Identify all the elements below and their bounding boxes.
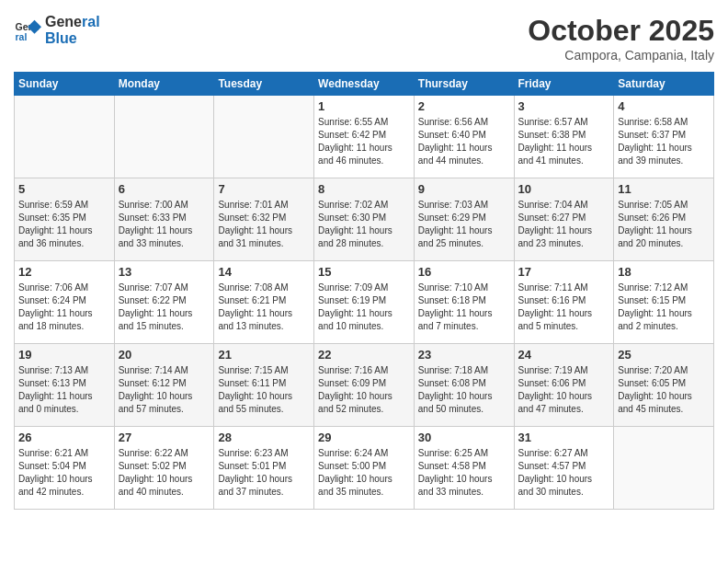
day-info: Sunrise: 6:27 AM Sunset: 4:57 PM Dayligh… (518, 447, 610, 499)
calendar-cell: 20Sunrise: 7:14 AM Sunset: 6:12 PM Dayli… (114, 344, 214, 427)
calendar-cell: 31Sunrise: 6:27 AM Sunset: 4:57 PM Dayli… (514, 427, 614, 510)
day-number: 12 (18, 265, 110, 279)
calendar-cell: 15Sunrise: 7:09 AM Sunset: 6:19 PM Dayli… (314, 261, 415, 344)
day-number: 19 (18, 348, 110, 362)
calendar-cell: 19Sunrise: 7:13 AM Sunset: 6:13 PM Dayli… (15, 344, 115, 427)
day-info: Sunrise: 7:02 AM Sunset: 6:30 PM Dayligh… (318, 199, 410, 250)
calendar-cell: 23Sunrise: 7:18 AM Sunset: 6:08 PM Dayli… (414, 344, 514, 427)
day-number: 3 (518, 99, 610, 113)
svg-text:ral: ral (16, 30, 28, 41)
calendar-cell: 28Sunrise: 6:23 AM Sunset: 5:01 PM Dayli… (214, 427, 314, 510)
calendar-cell: 27Sunrise: 6:22 AM Sunset: 5:02 PM Dayli… (114, 427, 214, 510)
logo-icon: Gene ral (14, 17, 41, 44)
day-info: Sunrise: 6:22 AM Sunset: 5:02 PM Dayligh… (119, 447, 210, 499)
day-of-week-header: Monday (114, 73, 214, 96)
day-info: Sunrise: 6:24 AM Sunset: 5:00 PM Dayligh… (318, 447, 410, 499)
calendar-cell: 9Sunrise: 7:03 AM Sunset: 6:29 PM Daylig… (414, 178, 514, 261)
day-info: Sunrise: 7:08 AM Sunset: 6:21 PM Dayligh… (218, 282, 310, 333)
page-header: Gene ral General Blue October 2025 Campo… (14, 14, 714, 63)
title-block: October 2025 Campora, Campania, Italy (528, 14, 714, 63)
day-info: Sunrise: 6:21 AM Sunset: 5:04 PM Dayligh… (18, 447, 110, 499)
calendar-header-row: SundayMondayTuesdayWednesdayThursdayFrid… (15, 73, 714, 96)
day-number: 10 (518, 182, 610, 196)
day-info: Sunrise: 6:25 AM Sunset: 4:58 PM Dayligh… (418, 447, 510, 499)
day-number: 26 (18, 431, 110, 444)
calendar-cell: 11Sunrise: 7:05 AM Sunset: 6:26 PM Dayli… (614, 178, 714, 261)
day-info: Sunrise: 6:58 AM Sunset: 6:37 PM Dayligh… (618, 116, 710, 167)
day-info: Sunrise: 6:55 AM Sunset: 6:42 PM Dayligh… (318, 116, 410, 167)
day-info: Sunrise: 6:59 AM Sunset: 6:35 PM Dayligh… (18, 199, 110, 250)
day-info: Sunrise: 7:18 AM Sunset: 6:08 PM Dayligh… (418, 364, 510, 416)
calendar-cell: 4Sunrise: 6:58 AM Sunset: 6:37 PM Daylig… (614, 96, 714, 178)
calendar-cell: 22Sunrise: 7:16 AM Sunset: 6:09 PM Dayli… (314, 344, 415, 427)
day-of-week-header: Saturday (614, 73, 714, 96)
calendar-cell: 14Sunrise: 7:08 AM Sunset: 6:21 PM Dayli… (214, 261, 314, 344)
day-number: 14 (218, 265, 310, 279)
day-info: Sunrise: 6:57 AM Sunset: 6:38 PM Dayligh… (518, 116, 610, 167)
day-number: 16 (418, 265, 510, 279)
calendar-cell: 16Sunrise: 7:10 AM Sunset: 6:18 PM Dayli… (414, 261, 514, 344)
day-number: 9 (418, 182, 510, 196)
day-info: Sunrise: 7:10 AM Sunset: 6:18 PM Dayligh… (418, 282, 510, 333)
calendar-cell: 25Sunrise: 7:20 AM Sunset: 6:05 PM Dayli… (614, 344, 714, 427)
day-info: Sunrise: 7:05 AM Sunset: 6:26 PM Dayligh… (618, 199, 710, 250)
day-number: 7 (218, 182, 310, 196)
location: Campora, Campania, Italy (528, 48, 714, 63)
day-info: Sunrise: 7:09 AM Sunset: 6:19 PM Dayligh… (318, 282, 410, 333)
day-info: Sunrise: 7:14 AM Sunset: 6:12 PM Dayligh… (119, 364, 210, 416)
calendar-cell: 6Sunrise: 7:00 AM Sunset: 6:33 PM Daylig… (114, 178, 214, 261)
day-info: Sunrise: 7:13 AM Sunset: 6:13 PM Dayligh… (18, 364, 110, 416)
day-number: 22 (318, 348, 410, 362)
calendar-cell: 2Sunrise: 6:56 AM Sunset: 6:40 PM Daylig… (414, 96, 514, 178)
calendar-week-row: 1Sunrise: 6:55 AM Sunset: 6:42 PM Daylig… (15, 96, 714, 178)
day-number: 29 (318, 431, 410, 444)
day-info: Sunrise: 6:56 AM Sunset: 6:40 PM Dayligh… (418, 116, 510, 167)
day-info: Sunrise: 7:19 AM Sunset: 6:06 PM Dayligh… (518, 364, 610, 416)
day-number: 21 (218, 348, 310, 362)
day-info: Sunrise: 7:12 AM Sunset: 6:15 PM Dayligh… (618, 282, 710, 333)
calendar-week-row: 26Sunrise: 6:21 AM Sunset: 5:04 PM Dayli… (15, 427, 714, 510)
day-info: Sunrise: 7:00 AM Sunset: 6:33 PM Dayligh… (119, 199, 210, 250)
day-of-week-header: Friday (514, 73, 614, 96)
calendar-cell (214, 96, 314, 178)
day-number: 2 (418, 99, 510, 113)
day-number: 11 (618, 182, 710, 196)
day-number: 1 (318, 99, 410, 113)
calendar-body: 1Sunrise: 6:55 AM Sunset: 6:42 PM Daylig… (15, 96, 714, 510)
calendar-cell: 5Sunrise: 6:59 AM Sunset: 6:35 PM Daylig… (15, 178, 115, 261)
calendar-week-row: 19Sunrise: 7:13 AM Sunset: 6:13 PM Dayli… (15, 344, 714, 427)
day-number: 17 (518, 265, 610, 279)
calendar-week-row: 5Sunrise: 6:59 AM Sunset: 6:35 PM Daylig… (15, 178, 714, 261)
day-info: Sunrise: 7:06 AM Sunset: 6:24 PM Dayligh… (18, 282, 110, 333)
day-info: Sunrise: 7:20 AM Sunset: 6:05 PM Dayligh… (618, 364, 710, 416)
calendar-cell: 10Sunrise: 7:04 AM Sunset: 6:27 PM Dayli… (514, 178, 614, 261)
day-info: Sunrise: 7:07 AM Sunset: 6:22 PM Dayligh… (119, 282, 210, 333)
day-of-week-header: Tuesday (214, 73, 314, 96)
calendar-cell: 29Sunrise: 6:24 AM Sunset: 5:00 PM Dayli… (314, 427, 415, 510)
day-of-week-header: Thursday (414, 73, 514, 96)
calendar-cell: 12Sunrise: 7:06 AM Sunset: 6:24 PM Dayli… (15, 261, 115, 344)
month-title: October 2025 (528, 14, 714, 48)
calendar-cell (114, 96, 214, 178)
calendar-cell: 3Sunrise: 6:57 AM Sunset: 6:38 PM Daylig… (514, 96, 614, 178)
day-number: 27 (119, 431, 210, 444)
day-number: 20 (119, 348, 210, 362)
day-number: 31 (518, 431, 610, 444)
calendar-cell: 7Sunrise: 7:01 AM Sunset: 6:32 PM Daylig… (214, 178, 314, 261)
day-info: Sunrise: 7:16 AM Sunset: 6:09 PM Dayligh… (318, 364, 410, 416)
day-number: 6 (119, 182, 210, 196)
calendar-cell (15, 96, 115, 178)
calendar-week-row: 12Sunrise: 7:06 AM Sunset: 6:24 PM Dayli… (15, 261, 714, 344)
day-info: Sunrise: 7:04 AM Sunset: 6:27 PM Dayligh… (518, 199, 610, 250)
day-info: Sunrise: 6:23 AM Sunset: 5:01 PM Dayligh… (218, 447, 310, 499)
day-info: Sunrise: 7:11 AM Sunset: 6:16 PM Dayligh… (518, 282, 610, 333)
day-info: Sunrise: 7:03 AM Sunset: 6:29 PM Dayligh… (418, 199, 510, 250)
day-of-week-header: Sunday (15, 73, 115, 96)
calendar-cell: 18Sunrise: 7:12 AM Sunset: 6:15 PM Dayli… (614, 261, 714, 344)
day-info: Sunrise: 7:01 AM Sunset: 6:32 PM Dayligh… (218, 199, 310, 250)
day-number: 18 (618, 265, 710, 279)
day-number: 24 (518, 348, 610, 362)
logo: Gene ral General Blue (14, 14, 100, 46)
day-number: 8 (318, 182, 410, 196)
day-number: 28 (218, 431, 310, 444)
